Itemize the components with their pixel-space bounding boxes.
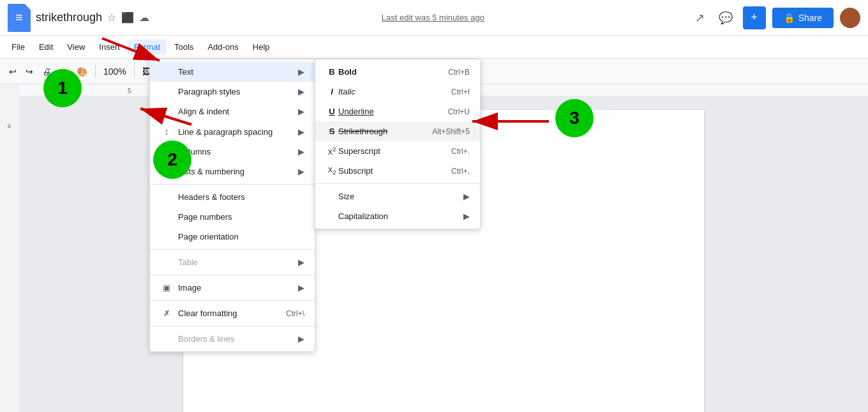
format-section-5 — [150, 300, 315, 301]
text-menu-superscript[interactable]: X2 Superscript Ctrl+. — [315, 141, 480, 161]
format-section-3 — [150, 249, 315, 250]
page-marker: ≡ — [0, 123, 19, 130]
menu-edit[interactable]: Edit — [33, 40, 59, 54]
text-menu-size[interactable]: Size ▶ — [315, 187, 480, 206]
format-section-4 — [150, 275, 315, 275]
svg-line-9 — [140, 109, 191, 125]
arrow-1-svg — [77, 32, 179, 83]
user-avatar[interactable] — [840, 8, 860, 28]
top-right-actions: ↗ 💬 + 🔒 Share — [691, 6, 860, 29]
italic-icon: I — [326, 87, 338, 96]
superscript-icon: X2 — [326, 146, 338, 156]
image-arrow: ▶ — [298, 283, 304, 293]
share-lock-icon: 🔒 — [784, 13, 795, 23]
clear-fmt-shortcut: Ctrl+\ — [286, 309, 304, 318]
menu-file[interactable]: File — [5, 40, 31, 54]
subscript-icon: X2 — [326, 166, 338, 176]
text-arrow: ▶ — [298, 67, 304, 77]
underline-icon: U — [326, 107, 338, 116]
doc-icon: ≡ — [8, 4, 31, 32]
comments-icon[interactable]: 💬 — [715, 8, 737, 27]
format-menu-table[interactable]: Table ▶ — [150, 252, 315, 272]
top-bar: ≡ strikethrough ☆ ⬛ ☁ Last edit was 5 mi… — [0, 0, 868, 36]
trending-icon[interactable]: ↗ — [691, 8, 708, 27]
capitalization-arrow: ▶ — [463, 211, 470, 221]
format-section-2 — [150, 184, 315, 185]
left-sidebar: ≡ — [0, 84, 19, 412]
align-arrow: ▶ — [298, 107, 304, 116]
borders-arrow: ▶ — [298, 334, 304, 344]
text-submenu: B Bold Ctrl+B I Italic Ctrl+I U Underlin… — [315, 59, 481, 229]
clear-fmt-icon: ✗ — [160, 309, 173, 318]
format-menu-image[interactable]: ▣ Image ▶ — [150, 278, 315, 298]
text-menu-subscript[interactable]: X2 Subscript Ctrl+, — [315, 161, 480, 181]
format-section-6 — [150, 326, 315, 326]
redo-button[interactable]: ↪ — [22, 64, 37, 79]
format-menu-borders[interactable]: Borders & lines ▶ — [150, 329, 315, 349]
size-arrow: ▶ — [463, 192, 470, 201]
title-icons: ☆ ⬛ ☁ — [107, 11, 149, 24]
text-menu-strikethrough[interactable]: S Strikethrough Alt+Shift+5 — [315, 121, 480, 141]
text-menu-sep — [315, 183, 480, 184]
strikethrough-icon: S — [326, 126, 338, 136]
format-menu-headers[interactable]: Headers & footers — [150, 187, 315, 207]
star-icon[interactable]: ☆ — [107, 11, 116, 24]
menu-addons[interactable]: Add-ons — [201, 40, 244, 54]
arrow-2-svg — [128, 99, 217, 131]
svg-text:5: 5 — [128, 88, 131, 95]
undo-button[interactable]: ↩ — [5, 64, 20, 79]
format-menu-clear-formatting[interactable]: ✗ Clear formatting Ctrl+\ — [150, 303, 315, 323]
last-edit-label: Last edit was 5 minutes ago — [382, 13, 484, 22]
doc-title: strikethrough — [36, 11, 102, 24]
add-icon[interactable]: + — [743, 6, 766, 29]
folder-icon[interactable]: ⬛ — [121, 11, 134, 24]
menu-help[interactable]: Help — [246, 40, 276, 54]
annotation-1: 1 — [43, 69, 82, 107]
annotation-2: 2 — [153, 141, 191, 179]
line-spacing-arrow: ▶ — [298, 127, 304, 137]
text-menu-bold[interactable]: B Bold Ctrl+B — [315, 62, 480, 82]
bold-icon: B — [326, 67, 338, 77]
text-menu-underline[interactable]: U Underline Ctrl+U — [315, 102, 480, 121]
para-styles-arrow: ▶ — [298, 87, 304, 96]
table-arrow: ▶ — [298, 257, 304, 267]
text-menu-capitalization[interactable]: Capitalization ▶ — [315, 206, 480, 226]
format-menu-page-orientation[interactable]: Page orientation — [150, 227, 315, 247]
svg-line-7 — [102, 38, 160, 61]
cloud-icon[interactable]: ☁ — [139, 11, 149, 24]
format-menu-page-numbers[interactable]: Page numbers — [150, 207, 315, 227]
share-button[interactable]: 🔒 Share — [772, 8, 834, 28]
text-menu-italic[interactable]: I Italic Ctrl+I — [315, 82, 480, 102]
lists-arrow: ▶ — [298, 167, 304, 176]
annotation-3: 3 — [555, 99, 594, 137]
image-icon: ▣ — [160, 283, 173, 293]
columns-arrow: ▶ — [298, 147, 304, 156]
arrow-3-svg — [466, 105, 555, 137]
